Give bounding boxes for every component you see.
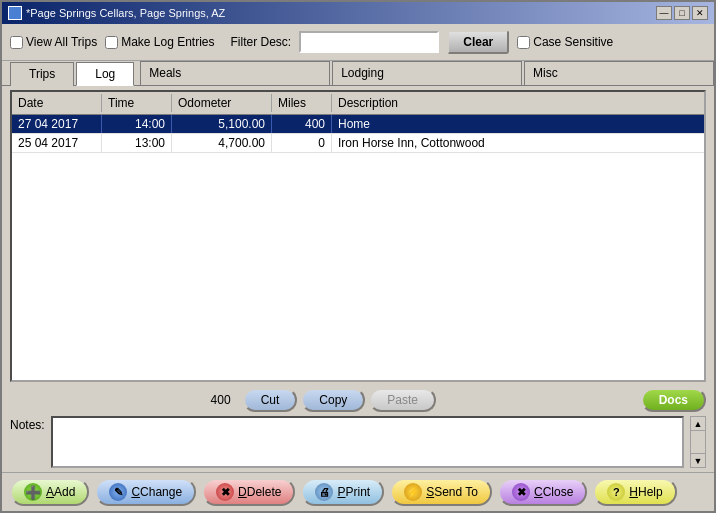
print-label: PPrint [337,485,370,499]
cell-miles: 400 [272,115,332,133]
sendto-label: SSend To [426,485,478,499]
tab-trips[interactable]: Trips [10,62,74,86]
tab-log[interactable]: Log [76,62,134,86]
table-body: 27 04 2017 14:00 5,100.00 400 Home 25 04… [12,115,704,380]
help-button[interactable]: ? HHelp [593,478,676,506]
col-date: Date [12,94,102,112]
change-label: CChange [131,485,182,499]
main-content: Date Time Odometer Miles Description 27 … [2,86,714,472]
cell-odometer: 4,700.00 [172,134,272,152]
case-sensitive-text: Case Sensitive [533,35,613,49]
docs-button[interactable]: Docs [641,388,706,412]
cell-description: Iron Horse Inn, Cottonwood [332,134,704,152]
cell-date: 27 04 2017 [12,115,102,133]
clear-button[interactable]: Clear [447,30,509,54]
filter-input[interactable] [299,31,439,53]
table-row[interactable]: 27 04 2017 14:00 5,100.00 400 Home [12,115,704,134]
title-bar-left: *Page Springs Cellars, Page Springs, AZ [8,6,225,20]
title-controls: — □ ✕ [656,6,708,20]
make-log-entries-checkbox[interactable] [105,36,118,49]
col-time: Time [102,94,172,112]
col-miles: Miles [272,94,332,112]
sub-tab-misc[interactable]: Misc [524,61,714,85]
notes-label: Notes: [10,416,45,432]
maximize-button[interactable]: □ [674,6,690,20]
add-button[interactable]: ➕ AAdd [10,478,89,506]
help-label: HHelp [629,485,662,499]
notes-scrollbar[interactable]: ▲ ▼ [690,416,706,468]
toolbar: View All Trips Make Log Entries Filter D… [2,24,714,61]
minimize-button[interactable]: — [656,6,672,20]
sendto-button[interactable]: ⚡ SSend To [390,478,492,506]
table-header: Date Time Odometer Miles Description [12,92,704,115]
print-icon: 🖨 [315,483,333,501]
close-button[interactable]: ✖ CClose [498,478,587,506]
table-row[interactable]: 25 04 2017 13:00 4,700.00 0 Iron Horse I… [12,134,704,153]
help-icon: ? [607,483,625,501]
footer-bar: ➕ AAdd ✎ CChange ✖ DDelete 🖨 PPrint ⚡ SS… [2,472,714,511]
add-icon: ➕ [24,483,42,501]
view-all-trips-checkbox[interactable] [10,36,23,49]
close-label: CClose [534,485,573,499]
print-button[interactable]: 🖨 PPrint [301,478,384,506]
sendto-icon: ⚡ [404,483,422,501]
cut-button[interactable]: Cut [243,388,298,412]
sub-tab-meals[interactable]: Meals [140,61,330,85]
change-button[interactable]: ✎ CChange [95,478,196,506]
make-log-entries-label[interactable]: Make Log Entries [105,35,214,49]
copy-button[interactable]: Copy [301,388,365,412]
window-title: *Page Springs Cellars, Page Springs, AZ [26,7,225,19]
delete-label: DDelete [238,485,281,499]
tabs-row: Trips Log Meals Lodging Misc [2,61,714,86]
data-table: Date Time Odometer Miles Description 27 … [10,90,706,382]
col-description: Description [332,94,704,112]
main-window: *Page Springs Cellars, Page Springs, AZ … [0,0,716,513]
col-odometer: Odometer [172,94,272,112]
make-log-entries-text: Make Log Entries [121,35,214,49]
notes-textarea[interactable] [51,416,684,468]
change-icon: ✎ [109,483,127,501]
close-icon: ✖ [512,483,530,501]
delete-icon: ✖ [216,483,234,501]
notes-section: Notes: ▲ ▼ [2,414,714,472]
cell-time: 13:00 [102,134,172,152]
filter-desc-label: Filter Desc: [231,35,292,49]
view-all-trips-label[interactable]: View All Trips [10,35,97,49]
close-window-button[interactable]: ✕ [692,6,708,20]
title-bar: *Page Springs Cellars, Page Springs, AZ … [2,2,714,24]
add-label: AAdd [46,485,75,499]
cell-description: Home [332,115,704,133]
paste-button[interactable]: Paste [369,388,436,412]
delete-button[interactable]: ✖ DDelete [202,478,295,506]
case-sensitive-checkbox[interactable] [517,36,530,49]
cell-odometer: 5,100.00 [172,115,272,133]
cell-date: 25 04 2017 [12,134,102,152]
miles-total: 400 [211,393,231,407]
app-icon [8,6,22,20]
bottom-action-row: 400 Cut Copy Paste Docs [2,386,714,414]
case-sensitive-label[interactable]: Case Sensitive [517,35,613,49]
view-all-trips-text: View All Trips [26,35,97,49]
cell-time: 14:00 [102,115,172,133]
sub-tab-lodging[interactable]: Lodging [332,61,522,85]
cell-miles: 0 [272,134,332,152]
